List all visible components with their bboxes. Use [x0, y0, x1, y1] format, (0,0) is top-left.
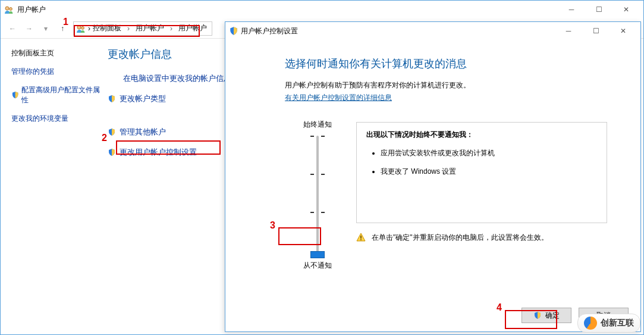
annotation-2: 2 [102, 133, 107, 143]
nav-forward-icon[interactable]: → [21, 21, 37, 36]
watermark: 创新互联 [577, 314, 640, 333]
slider-thumb[interactable] [310, 251, 325, 258]
warning-row: 在单击"确定"并重新启动你的电脑后，此设置将会生效。 [356, 233, 607, 243]
maximize-button[interactable]: ☐ [585, 1, 612, 18]
slider-area: 始终通知 从不通知 出现以下情况时始终不要通知我： 应用尝试安装软件或更改我的计… [285, 120, 607, 271]
breadcrumb-icon [76, 24, 86, 33]
warning-icon [356, 233, 366, 242]
link-manage-other-label: 管理其他帐户 [120, 127, 166, 137]
close-button[interactable]: ✕ [612, 1, 640, 18]
shield-icon [11, 91, 19, 99]
uac-body: 选择何时通知你有关计算机更改的消息 用户帐户控制有助于预防有害程序对你的计算机进… [225, 40, 640, 271]
warning-text: 在单击"确定"并重新启动你的电脑后，此设置将会生效。 [372, 233, 548, 243]
nav-home[interactable]: 控制面板主页 [11, 48, 103, 58]
uac-close-button[interactable]: ✕ [610, 22, 637, 40]
center-pane: 更改帐户信息 在电脑设置中更改我的帐户信息 更改帐户类型 管理其他帐户 更改用户… [108, 45, 231, 167]
shield-icon [108, 148, 116, 156]
left-nav: 控制面板主页 管理你的凭据 配置高级用户配置文件属性 更改我的环境变量 [1, 45, 108, 167]
link-change-uac-label: 更改用户帐户控制设置 [120, 147, 197, 158]
crumb-1[interactable]: 用户帐户 [133, 22, 167, 35]
info-item-1: 我更改了 Windows 设置 [381, 167, 597, 177]
info-item-0: 应用尝试安装软件或更改我的计算机 [381, 148, 597, 158]
watermark-text: 创新互联 [601, 318, 634, 328]
svg-rect-5 [360, 239, 362, 240]
slider-column: 始终通知 从不通知 [285, 120, 350, 271]
shield-icon [108, 128, 116, 136]
crumb-2[interactable]: 用户帐户 [176, 22, 209, 35]
ok-button[interactable]: 确定 [522, 308, 571, 323]
chevron-right-icon: › [125, 24, 132, 33]
link-change-uac-settings[interactable]: 更改用户帐户控制设置 [108, 147, 231, 158]
annotation-1: 1 [63, 17, 68, 27]
link-change-type-label: 更改帐户类型 [120, 93, 166, 104]
svg-point-0 [5, 7, 9, 10]
shield-icon [229, 26, 238, 36]
window-title: 用户帐户 [17, 5, 46, 15]
nav-advanced-profile-label: 配置高级用户配置文件属性 [21, 85, 103, 105]
uac-help-link[interactable]: 有关用户帐户控制设置的详细信息 [285, 93, 607, 103]
svg-rect-4 [360, 236, 362, 239]
breadcrumb: 控制面板 › 用户帐户 › 用户帐户 [90, 22, 209, 35]
annotation-3: 3 [270, 220, 275, 231]
svg-point-3 [81, 26, 84, 29]
shield-icon [108, 95, 116, 103]
nav-credentials[interactable]: 管理你的凭据 [11, 67, 103, 77]
chevron-right-icon: › [168, 24, 175, 33]
page-heading: 更改帐户信息 [108, 47, 231, 61]
link-change-account-type[interactable]: 更改帐户类型 [108, 93, 231, 104]
annotation-4: 4 [497, 302, 502, 313]
nav-back-icon[interactable]: ← [4, 21, 21, 36]
crumb-0[interactable]: 控制面板 [90, 22, 124, 35]
uac-heading: 选择何时通知你有关计算机更改的消息 [285, 57, 607, 71]
minimize-button[interactable]: ─ [558, 1, 585, 18]
uac-description: 用户帐户控制有助于预防有害程序对你的计算机进行更改。 [285, 80, 607, 90]
shield-icon [533, 311, 542, 320]
info-heading: 出现以下情况时始终不要通知我： [366, 130, 597, 140]
svg-point-1 [10, 8, 12, 11]
uac-title: 用户帐户控制设置 [241, 26, 298, 36]
info-box: 出现以下情况时始终不要通知我： 应用尝试安装软件或更改我的计算机 我更改了 Wi… [356, 122, 607, 223]
nav-recent-icon[interactable]: ▾ [37, 21, 54, 36]
svg-point-2 [77, 26, 81, 29]
watermark-logo-icon [584, 317, 597, 330]
breadcrumb-wrap[interactable]: › 控制面板 › 用户帐户 › 用户帐户 [73, 21, 212, 36]
uac-minimize-button[interactable]: ─ [555, 22, 582, 40]
slider-top-label: 始终通知 [303, 120, 332, 130]
user-accounts-icon [4, 5, 14, 14]
nav-advanced-profile[interactable]: 配置高级用户配置文件属性 [11, 85, 103, 105]
slider-bottom-label: 从不通知 [303, 261, 332, 271]
uac-slider[interactable] [316, 136, 319, 255]
ok-button-label: 确定 [545, 311, 560, 321]
uac-titlebar: 用户帐户控制设置 ─ ☐ ✕ [225, 22, 640, 40]
link-manage-other-accounts[interactable]: 管理其他帐户 [108, 127, 231, 137]
uac-maximize-button[interactable]: ☐ [582, 22, 610, 40]
uac-settings-dialog: 用户帐户控制设置 ─ ☐ ✕ 选择何时通知你有关计算机更改的消息 用户帐户控制有… [225, 21, 641, 332]
window-titlebar: 用户帐户 ─ ☐ ✕ [1, 1, 643, 18]
nav-env-vars[interactable]: 更改我的环境变量 [11, 114, 103, 124]
info-column: 出现以下情况时始终不要通知我： 应用尝试安装软件或更改我的计算机 我更改了 Wi… [350, 120, 607, 271]
link-pc-settings[interactable]: 在电脑设置中更改我的帐户信息 [123, 73, 231, 84]
